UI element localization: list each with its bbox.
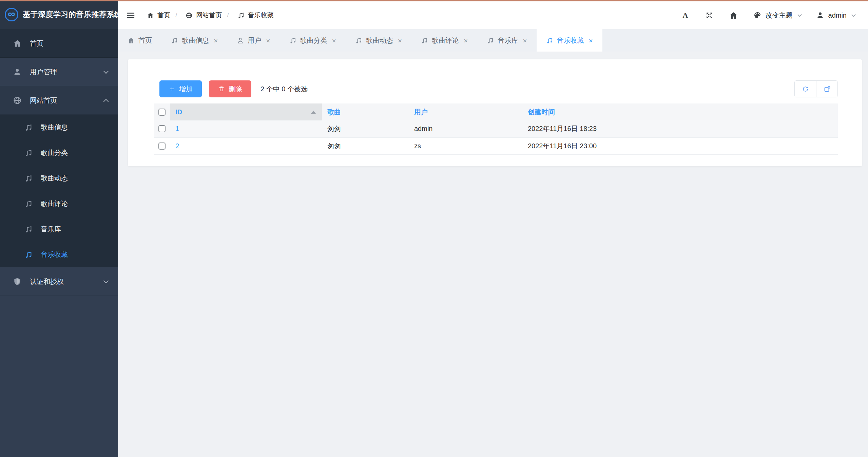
font-size-button[interactable]: A xyxy=(681,11,690,20)
sidebar-item[interactable]: 音乐库 xyxy=(0,216,118,242)
sidebar-item[interactable]: 歌曲动态 xyxy=(0,166,118,191)
music-icon xyxy=(24,174,33,183)
toolbar: 增加 删除 2 个中 0 个被选 xyxy=(159,80,838,97)
export-button[interactable] xyxy=(816,81,837,97)
sidebar-item[interactable]: 认证和授权 xyxy=(0,267,118,296)
tab[interactable]: 用户 × xyxy=(227,29,279,52)
globe-icon xyxy=(13,96,22,105)
breadcrumb-item[interactable]: 音乐收藏 xyxy=(222,11,273,20)
data-table: ID 歌曲 用户 创建时间 xyxy=(154,103,838,155)
music-icon xyxy=(289,37,296,44)
table-header-row: ID 歌曲 用户 创建时间 xyxy=(154,103,838,120)
sidebar-item[interactable]: 用户管理 xyxy=(0,58,118,86)
sidebar-item-label: 歌曲评论 xyxy=(41,199,68,208)
menu-toggle-icon[interactable] xyxy=(126,11,135,20)
breadcrumb: 首页 网站首页 音乐收藏 xyxy=(147,11,274,20)
sidebar-item-label: 歌曲分类 xyxy=(41,148,68,157)
navbar-right: A 改变主题 admin xyxy=(681,11,854,20)
refresh-button[interactable] xyxy=(795,81,816,97)
chevron-down-icon xyxy=(797,13,802,17)
column-header[interactable]: ID xyxy=(170,103,322,120)
close-icon[interactable]: × xyxy=(214,37,218,44)
close-icon[interactable]: × xyxy=(332,37,336,44)
table-tools xyxy=(794,80,838,97)
cell-created: 2022年11月16日 18:23 xyxy=(522,120,838,137)
add-button-label: 增加 xyxy=(179,84,193,94)
plus-icon xyxy=(169,85,175,92)
tab-label: 歌曲分类 xyxy=(300,36,327,45)
close-icon[interactable]: × xyxy=(464,37,468,44)
row-checkbox[interactable] xyxy=(158,142,166,150)
close-icon[interactable]: × xyxy=(523,37,527,44)
tab[interactable]: 歌曲动态 × xyxy=(346,29,411,52)
navbar-action-icons: A xyxy=(681,11,738,20)
music-icon xyxy=(24,251,33,259)
chevron-icon xyxy=(103,68,109,74)
table-row: 1 匆匆 admin 2022年11月16日 18:23 xyxy=(154,120,838,137)
sidebar-item-label: 歌曲信息 xyxy=(41,123,68,132)
app-logo: ∞ 基于深度学习的音乐推荐系统 xyxy=(0,0,118,29)
tab-bar: 首页 歌曲信息 × 用户 × 歌曲分类 × 歌曲动态 × xyxy=(118,29,868,52)
tab[interactable]: 歌曲信息 × xyxy=(161,29,227,52)
data-card: 增加 删除 2 个中 0 个被选 xyxy=(128,59,862,166)
sidebar-item[interactable]: 网站首页 xyxy=(0,86,118,115)
tab[interactable]: 歌曲评论 × xyxy=(411,29,477,52)
sidebar-item[interactable]: 歌曲评论 xyxy=(0,191,118,216)
column-header[interactable]: 创建时间 xyxy=(522,103,838,120)
close-icon[interactable]: × xyxy=(266,37,270,44)
tab[interactable]: 音乐库 × xyxy=(477,29,536,52)
column-header-label: 创建时间 xyxy=(528,108,555,116)
delete-button[interactable]: 删除 xyxy=(209,80,251,97)
music-icon xyxy=(24,123,33,132)
tab-label: 首页 xyxy=(138,36,152,45)
tab[interactable]: 音乐收藏 × xyxy=(537,29,602,52)
trash-icon xyxy=(218,85,225,92)
music-icon xyxy=(24,149,33,157)
row-id-link[interactable]: 2 xyxy=(175,142,179,150)
sidebar-filler xyxy=(0,296,118,457)
sidebar-item-label: 认证和授权 xyxy=(30,277,64,286)
sort-asc-icon xyxy=(311,111,316,114)
add-button[interactable]: 增加 xyxy=(159,80,202,97)
column-header-label: 歌曲 xyxy=(327,108,341,116)
app-title: 基于深度学习的音乐推荐系统 xyxy=(23,9,122,20)
font-size-icon: A xyxy=(681,11,690,20)
close-icon[interactable]: × xyxy=(398,37,402,44)
sidebar-item[interactable]: 首页 xyxy=(0,29,118,58)
breadcrumb-label: 首页 xyxy=(157,11,170,20)
theme-dropdown[interactable]: 改变主题 xyxy=(753,11,801,20)
tab[interactable]: 首页 xyxy=(118,29,161,52)
fullscreen-button[interactable] xyxy=(705,11,714,20)
select-all-checkbox[interactable] xyxy=(158,109,166,116)
sidebar-menu: 首页 用户管理 网站首页 歌曲信息 歌曲分类 xyxy=(0,29,118,296)
infinity-logo-icon: ∞ xyxy=(5,8,18,21)
music-icon xyxy=(355,37,362,44)
row-checkbox[interactable] xyxy=(158,125,166,132)
user-dropdown[interactable]: admin xyxy=(816,11,854,19)
column-header[interactable]: 歌曲 xyxy=(322,103,409,120)
home-button[interactable] xyxy=(729,11,738,20)
sidebar-item[interactable]: 音乐收藏 xyxy=(0,242,118,267)
breadcrumb-item[interactable]: 首页 xyxy=(147,11,170,20)
breadcrumb-item[interactable]: 网站首页 xyxy=(170,11,222,20)
sidebar-item-label: 歌曲动态 xyxy=(41,174,68,183)
close-icon[interactable]: × xyxy=(589,37,593,44)
music-icon xyxy=(487,37,494,44)
tab[interactable]: 歌曲分类 × xyxy=(280,29,346,52)
cell-user: admin xyxy=(409,120,522,137)
cell-song: 匆匆 xyxy=(322,120,409,137)
user-icon xyxy=(816,11,824,19)
cell-created: 2022年11月16日 23:00 xyxy=(522,137,838,154)
palette-icon xyxy=(753,11,761,19)
sidebar-item[interactable]: 歌曲分类 xyxy=(0,140,118,166)
tab-label: 用户 xyxy=(248,36,261,45)
chevron-down-icon xyxy=(851,13,856,17)
chevron-icon xyxy=(103,99,109,104)
row-id-link[interactable]: 1 xyxy=(175,125,179,132)
sidebar-item[interactable]: 歌曲信息 xyxy=(0,115,118,140)
tab-label: 歌曲评论 xyxy=(432,36,459,45)
export-icon xyxy=(824,85,831,93)
fullscreen-icon xyxy=(705,11,714,20)
table-body: 1 匆匆 admin 2022年11月16日 18:23 2 xyxy=(154,120,838,154)
column-header[interactable]: 用户 xyxy=(409,103,522,120)
